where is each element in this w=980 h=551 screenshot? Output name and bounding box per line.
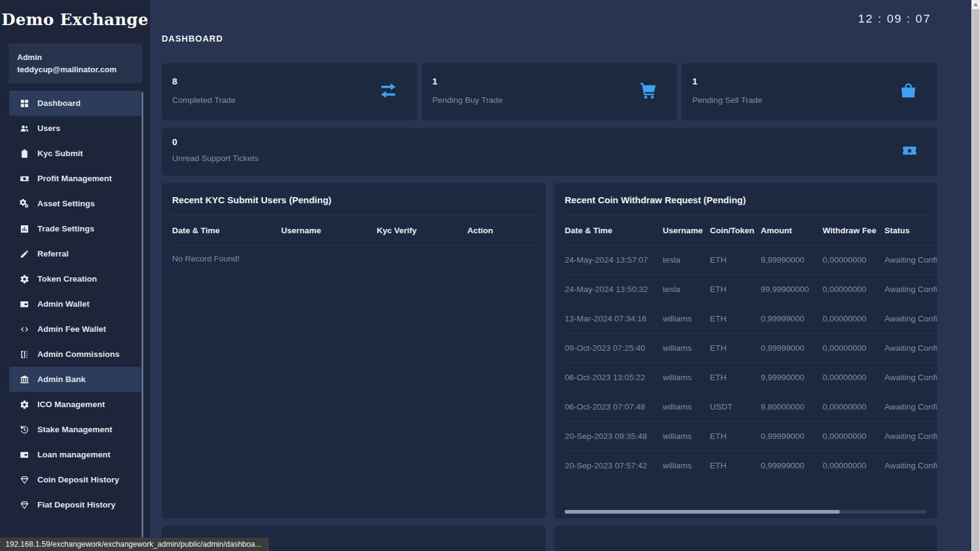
cell-status: Awaiting Confirmation [884,363,937,392]
sidebar-item-users[interactable]: Users [0,116,150,141]
link-preview-statusbar: 192.168.1.59/exchangework/exchangework_a… [0,538,269,551]
horizontal-scrollbar-thumb[interactable] [565,510,840,514]
withdraw-table-row: 13-Mar-2024 07:34:16williamsETH0,9999900… [565,304,937,334]
withdraw-table: Date & TimeUsernameCoin/TokenAmountWithd… [565,216,937,480]
cell-status: Awaiting Confirmation [884,422,937,451]
sidebar-item-label: Asset Settings [37,199,95,208]
wallet-icon [19,299,29,309]
cell-fee: 0,00000000 [823,451,884,481]
sidebar-item-admin-commissions[interactable]: Admin Commissions [0,342,150,367]
cell-coin: ETH [710,304,761,334]
cell-datetime: 20-Sep-2023 07:57:42 [565,451,663,481]
history-icon [19,424,29,435]
admin-email: teddycup@mailinator.com [17,64,134,76]
sidebar-item-stake-management[interactable]: Stake Management [0,417,150,442]
cell-coin: ETH [710,363,761,392]
stat-value: 1 [692,76,927,86]
cell-fee: 0,00000000 [823,392,884,422]
cell-coin: ETH [710,275,761,304]
kyc-table-title: Recent KYC Submit Users (Pending) [162,183,546,215]
cell-coin: USDT [710,392,761,422]
wallet-icon [19,449,29,460]
kyc-empty-message: No Record Found! [172,246,535,272]
sidebar-item-admin-wallet[interactable]: Admin Wallet [0,291,150,317]
withdraw-table-card: Recent Coin Withdraw Request (Pending) D… [554,183,937,519]
grid-icon [19,98,29,108]
sidebar-item-trade-settings[interactable]: Trade Settings [0,216,150,241]
sidebar-item-label: Admin Wallet [37,299,89,309]
cell-amount: 9,80000000 [761,392,823,422]
sidebar-item-fiat-deposit-history[interactable]: Fiat Deposit History [0,492,150,517]
gear-icon [19,399,29,410]
tables-row: Recent KYC Submit Users (Pending) Date &… [162,183,937,519]
cell-fee: 0,00000000 [823,275,884,304]
cell-fee: 0,00000000 [823,422,884,451]
sidebar-item-label: Admin Bank [37,375,86,384]
cell-coin: ETH [710,334,761,363]
sidebar-item-admin-fee-wallet[interactable]: Admin Fee Wallet [0,317,150,342]
withdraw-table-row: 20-Sep-2023 09:35:48williamsETH0,9999900… [565,422,937,451]
cell-amount: 9,99990000 [761,363,823,392]
clock: 12 : 09 : 07 [858,12,931,26]
column-header: Date & Time [172,216,281,246]
stat-card-pending-buy-trade: 1 Pending Buy Trade [422,63,677,121]
cell-status: Awaiting Confirmation [884,304,937,334]
sidebar-item-label: Stake Management [37,425,112,434]
sidebar-item-ico-management[interactable]: ICO Management [0,392,150,417]
sidebar-scrollbar[interactable] [141,92,143,538]
sidebar-item-referral[interactable]: Referral [0,241,150,266]
stat-label: Pending Buy Trade [432,96,667,105]
sidebar-item-loan-management[interactable]: Loan management [0,442,150,467]
sidebar-item-asset-settings[interactable]: Asset Settings [0,191,150,216]
stat-card-completed-trade: 8 Completed Trade [162,63,417,121]
cell-username: tesla [663,275,710,304]
scroll-up-button[interactable] [971,0,980,9]
withdraw-table-row: 24-May-2024 13:50:32teslaETH99,999000000… [565,275,937,304]
cell-datetime: 06-Oct-2023 07:07:48 [565,392,663,422]
horizontal-scrollbar[interactable] [565,510,927,514]
sidebar-item-coin-deposit-history[interactable]: Coin Deposit History [0,467,150,492]
bottom-card-right [554,526,937,551]
cell-username: tesla [663,246,710,275]
pencil-icon [19,249,29,259]
cell-amount: 0,99999000 [761,451,823,481]
sidebar: Demo Exchange Admin teddycup@mailinator.… [0,0,150,551]
exchange-icon [379,81,398,102]
sidebar-item-admin-bank[interactable]: Admin Bank [9,367,141,392]
sidebar-item-label: Users [37,124,61,133]
cell-username: williams [663,334,710,363]
cell-fee: 0,00000000 [823,334,884,363]
cell-datetime: 13-Mar-2024 07:34:16 [565,304,663,334]
kyc-table-card: Recent KYC Submit Users (Pending) Date &… [162,183,546,519]
cell-status: Awaiting Confirmation [884,275,937,304]
admin-info-box: Admin teddycup@mailinator.com [9,43,142,83]
stat-value: 8 [172,76,407,86]
cell-status: Awaiting Confirmation [884,334,937,363]
column-header: Action [467,216,535,246]
cell-amount: 0,99999000 [761,334,823,363]
sidebar-item-profit-management[interactable]: Profit Management [0,166,150,191]
gem-icon [19,474,29,485]
sidebar-item-dashboard[interactable]: Dashboard [9,91,141,116]
clipboard-icon [19,148,29,159]
sidebar-item-label: Fiat Deposit History [37,500,116,509]
column-header: Withdraw Fee [823,216,884,246]
gear-icon [19,274,29,284]
sidebar-item-kyc-submit[interactable]: Kyc Submit [0,141,150,166]
vertical-scrollbar[interactable] [971,0,980,551]
sidebar-item-token-creation[interactable]: Token Creation [0,266,150,291]
cell-amount: 99,99900000 [761,275,823,304]
cell-username: williams [663,363,710,392]
column-header: Username [281,216,377,246]
cell-coin: ETH [710,451,761,481]
vertical-scrollbar-thumb[interactable] [972,9,979,551]
cell-datetime: 20-Sep-2023 09:35:48 [565,422,663,451]
sidebar-item-label: Loan management [37,450,110,459]
cell-amount: 9,99990000 [761,246,823,275]
withdraw-table-row: 06-Oct-2023 07:07:48williamsUSDT9,800000… [565,392,937,422]
chart-icon [19,223,29,234]
withdraw-table-row: 09-Oct-2023 07:25:40williamsETH0,9999900… [565,334,937,363]
kyc-table: Date & TimeUsernameKyc VerifyAction No R… [172,216,535,272]
stat-card-pending-sell-trade: 1 Pending Sell Trade [682,63,937,121]
sidebar-item-label: Admin Fee Wallet [37,324,106,334]
